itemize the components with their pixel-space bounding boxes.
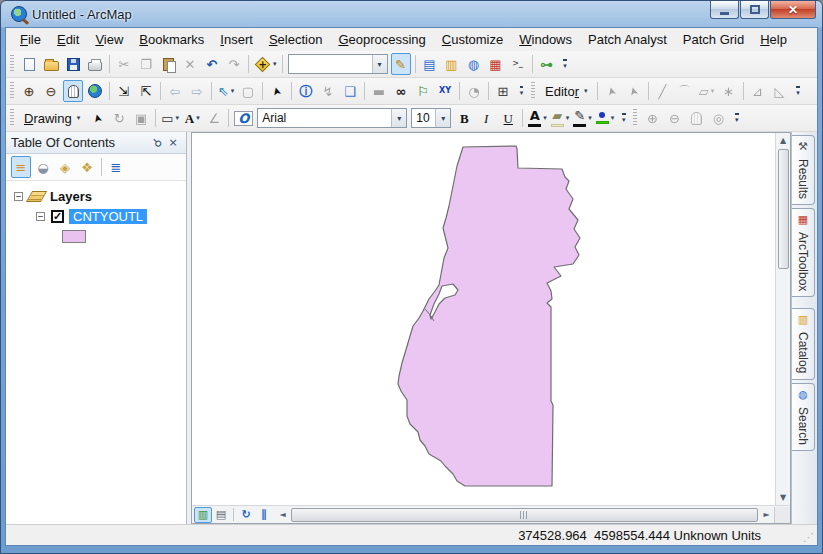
editor-menu[interactable]: Editor▾ bbox=[540, 80, 593, 102]
tab-search[interactable]: ◍Search bbox=[792, 383, 815, 451]
layer-name[interactable]: CNTYOUTL bbox=[69, 209, 147, 224]
save-button[interactable] bbox=[63, 53, 83, 75]
menu-view[interactable]: View bbox=[87, 30, 131, 49]
zoom-in-button[interactable]: ⊕ bbox=[19, 80, 39, 102]
fixed-zoom-out-button[interactable]: ⇱ bbox=[136, 80, 156, 102]
menu-geoprocessing[interactable]: Geoprocessing bbox=[330, 30, 433, 49]
redo-button[interactable]: ↷ bbox=[224, 53, 244, 75]
underline-button[interactable]: U bbox=[498, 107, 518, 129]
fixed-zoom-in-button[interactable]: ⇲ bbox=[114, 80, 134, 102]
toolbar-grip[interactable] bbox=[10, 55, 14, 73]
collapse-icon[interactable]: − bbox=[14, 192, 23, 201]
modelbuilder-button[interactable]: ⊶ bbox=[537, 53, 557, 75]
reshape-feature-button[interactable]: ◺ bbox=[770, 80, 790, 102]
straight-segment-button[interactable]: ╱ bbox=[653, 80, 673, 102]
scroll-right-icon[interactable]: ► bbox=[759, 507, 774, 522]
df-full-extent-button[interactable]: ◎ bbox=[708, 107, 728, 129]
tree-item-layers[interactable]: − Layers bbox=[6, 186, 186, 206]
layout-view-button[interactable]: ▤ bbox=[212, 507, 230, 523]
horizontal-scroll-thumb[interactable] bbox=[291, 508, 758, 522]
toc-close-button[interactable]: × bbox=[165, 135, 181, 151]
collapse-icon[interactable]: − bbox=[36, 212, 45, 221]
toolbar-overflow[interactable]: ▾ bbox=[730, 106, 743, 130]
fill-color-button[interactable]: ▰▾ bbox=[550, 107, 571, 129]
chevron-down-icon[interactable]: ▾ bbox=[435, 109, 450, 127]
identify-button[interactable]: ⓘ bbox=[296, 80, 316, 102]
delete-button[interactable]: ✕ bbox=[180, 53, 200, 75]
tree-item-symbol[interactable] bbox=[6, 226, 186, 246]
chevron-down-icon[interactable]: ▾ bbox=[273, 60, 277, 68]
toolbar-overflow[interactable]: ▾ bbox=[617, 106, 630, 130]
edit-tool-button[interactable]: ➤ bbox=[602, 80, 622, 102]
new-document-button[interactable] bbox=[19, 53, 39, 75]
chevron-down-icon[interactable]: ▾ bbox=[711, 87, 715, 95]
snapping-button[interactable]: ∗ bbox=[719, 80, 739, 102]
paste-button[interactable] bbox=[158, 53, 178, 75]
scroll-down-icon[interactable]: ▼ bbox=[776, 490, 791, 505]
select-elements-button[interactable]: ➤ bbox=[87, 107, 107, 129]
list-by-source-button[interactable]: ◒ bbox=[33, 156, 53, 178]
chevron-down-icon[interactable]: ▾ bbox=[176, 114, 180, 122]
menu-patch-grid[interactable]: Patch Grid bbox=[675, 30, 752, 49]
zoom-out-button[interactable]: ⊖ bbox=[41, 80, 61, 102]
html-popup-button[interactable]: ❑ bbox=[340, 80, 360, 102]
list-by-visibility-button[interactable]: ◈ bbox=[55, 156, 75, 178]
layer-swatch[interactable] bbox=[62, 230, 86, 243]
go-forward-extent-button[interactable]: ⇨ bbox=[187, 80, 207, 102]
search-window-button[interactable]: ◍ bbox=[464, 53, 484, 75]
go-back-extent-button[interactable]: ⇦ bbox=[165, 80, 185, 102]
map-horizontal-scrollbar[interactable]: ◄ ► bbox=[275, 506, 774, 523]
tab-catalog[interactable]: ▥Catalog bbox=[792, 308, 815, 379]
font-size-combo[interactable]: 10▾ bbox=[411, 108, 451, 128]
scroll-up-icon[interactable]: ▲ bbox=[776, 133, 791, 148]
pan-button[interactable] bbox=[63, 80, 83, 102]
zoom-to-selected-elements-button[interactable]: ▣ bbox=[131, 107, 151, 129]
rectangle-tool-button[interactable]: ▭▾ bbox=[160, 107, 180, 129]
resize-grip-icon[interactable]: ⋰ bbox=[803, 531, 814, 544]
chevron-down-icon[interactable]: ▾ bbox=[543, 114, 547, 122]
drawing-menu[interactable]: Drawing▾ bbox=[19, 107, 85, 129]
list-by-drawing-order-button[interactable]: ≡ bbox=[11, 156, 31, 178]
refresh-view-button[interactable]: ↻ bbox=[237, 507, 255, 523]
menu-selection[interactable]: Selection bbox=[261, 30, 330, 49]
arc-segment-button[interactable]: ⌒ bbox=[675, 80, 695, 102]
hyperlink-button[interactable]: ↯ bbox=[318, 80, 338, 102]
minimize-button[interactable] bbox=[710, 1, 739, 19]
toolbar-overflow[interactable]: ▾ bbox=[515, 79, 528, 103]
bold-button[interactable]: B bbox=[454, 107, 474, 129]
tab-results[interactable]: ⚒Results bbox=[792, 135, 815, 205]
options-button[interactable]: ≣ bbox=[106, 156, 126, 178]
toolbar-grip[interactable] bbox=[633, 109, 637, 127]
chevron-down-icon[interactable]: ▾ bbox=[196, 114, 200, 122]
county-polygon[interactable] bbox=[398, 146, 580, 486]
undo-button[interactable]: ↶ bbox=[202, 53, 222, 75]
menu-customize[interactable]: Customize bbox=[434, 30, 511, 49]
map-scale-combo[interactable]: ▾ bbox=[288, 54, 388, 74]
print-button[interactable] bbox=[85, 53, 105, 75]
chevron-down-icon[interactable]: ▾ bbox=[588, 114, 592, 122]
menu-patch-analyst[interactable]: Patch Analyst bbox=[580, 30, 675, 49]
add-data-button[interactable]: ▾ bbox=[253, 53, 278, 75]
layers-label[interactable]: Layers bbox=[50, 189, 92, 204]
chevron-down-icon[interactable]: ▾ bbox=[611, 114, 615, 122]
clear-selected-features-button[interactable]: ▢ bbox=[238, 80, 258, 102]
font-color-button[interactable]: A▾ bbox=[527, 107, 548, 129]
measure-button[interactable]: ▬ bbox=[369, 80, 389, 102]
df-zoom-out-button[interactable]: ⊖ bbox=[664, 107, 684, 129]
map-canvas[interactable] bbox=[192, 133, 775, 505]
df-zoom-in-button[interactable]: ⊕ bbox=[642, 107, 662, 129]
chevron-down-icon[interactable]: ▾ bbox=[566, 114, 570, 122]
edit-annotation-tool-button[interactable]: ➤ bbox=[624, 80, 644, 102]
toolbar-grip[interactable] bbox=[531, 82, 535, 100]
line-color-button[interactable]: ✎▾ bbox=[572, 107, 593, 129]
select-elements-button[interactable]: ➤ bbox=[267, 80, 287, 102]
menu-bookmarks[interactable]: Bookmarks bbox=[131, 30, 212, 49]
scroll-left-icon[interactable]: ◄ bbox=[275, 507, 290, 522]
toolbar-overflow[interactable]: ▾ bbox=[559, 52, 572, 76]
rotate-element-button[interactable]: ↻ bbox=[109, 107, 129, 129]
data-view-button[interactable]: ▥ bbox=[194, 507, 212, 523]
layer-visibility-checkbox[interactable]: ✓ bbox=[51, 210, 64, 223]
list-by-selection-button[interactable]: ❖ bbox=[77, 156, 97, 178]
menu-insert[interactable]: Insert bbox=[212, 30, 261, 49]
maximize-button[interactable] bbox=[740, 1, 769, 19]
